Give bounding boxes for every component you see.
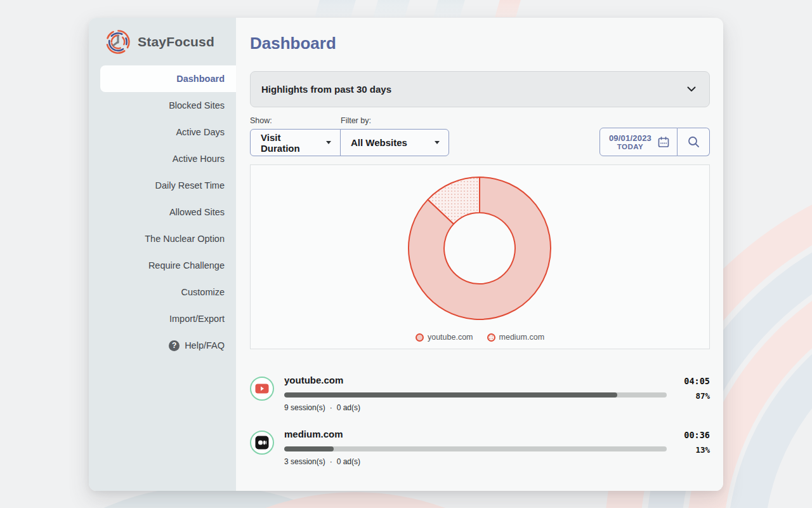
sidebar-item-import-export[interactable]: Import/Export — [89, 305, 236, 332]
sidebar: StayFocusd Dashboard Blocked Sites Activ… — [89, 18, 236, 491]
usage-donut-chart-panel: youtube.com medium.com — [250, 164, 710, 349]
date-text: 09/01/2023 TODAY — [609, 133, 652, 150]
usage-bar-fill — [284, 392, 617, 398]
ad-count: 0 ad(s) — [337, 457, 360, 466]
app-name: StayFocusd — [138, 34, 214, 50]
sidebar-item-customize[interactable]: Customize — [89, 279, 236, 305]
caret-down-icon — [435, 141, 440, 144]
search-button[interactable] — [678, 128, 710, 156]
sidebar-item-help-faq[interactable]: ? Help/FAQ — [89, 332, 236, 359]
sidebar-item-dashboard[interactable]: Dashboard — [100, 65, 236, 92]
sidebar-item-allowed-sites[interactable]: Allowed Sites — [89, 199, 236, 225]
site-row-youtube: youtube.com 9 session(s) · 0 ad(s) 04:05… — [250, 375, 710, 412]
sidebar-item-active-hours[interactable]: Active Hours — [89, 145, 236, 172]
chevron-down-icon — [687, 86, 696, 92]
site-name: youtube.com — [284, 375, 667, 387]
filter-select-value: All Websites — [351, 137, 407, 148]
question-mark-icon: ? — [169, 340, 180, 351]
youtube-icon — [255, 384, 269, 394]
meta-separator: · — [330, 403, 332, 412]
highlights-dropdown[interactable]: Highlights from past 30 days — [250, 71, 710, 107]
decor-stripe — [315, 0, 356, 17]
site-main: youtube.com 9 session(s) · 0 ad(s) — [284, 375, 667, 412]
site-percent: 13% — [695, 445, 710, 455]
chart-legend: youtube.com medium.com — [416, 333, 544, 342]
site-stats: 04:05 87% — [674, 375, 710, 401]
calendar-icon — [658, 137, 669, 148]
filter-field: Filter by: All Websites — [341, 116, 449, 156]
filter-label: Filter by: — [341, 116, 449, 125]
main-content: Dashboard Highlights from past 30 days S… — [236, 18, 723, 491]
sidebar-nav: Dashboard Blocked Sites Active Days Acti… — [89, 65, 236, 359]
site-usage-list: youtube.com 9 session(s) · 0 ad(s) 04:05… — [250, 375, 710, 466]
search-icon — [688, 136, 700, 148]
site-stats: 00:36 13% — [674, 429, 710, 455]
usage-bar-fill — [284, 446, 334, 451]
site-time: 04:05 — [684, 375, 710, 387]
date-search-group: 09/01/2023 TODAY — [599, 128, 710, 156]
date-picker-button[interactable]: 09/01/2023 TODAY — [599, 128, 678, 156]
show-label: Show: — [250, 116, 341, 125]
site-meta: 3 session(s) · 0 ad(s) — [284, 457, 667, 466]
date-today-label: TODAY — [609, 143, 652, 150]
decor-stripe — [433, 0, 465, 17]
donut-chart — [251, 174, 709, 329]
decor-stripe — [373, 0, 410, 17]
site-time: 00:36 — [684, 429, 710, 441]
legend-swatch-dotted — [487, 333, 495, 342]
filter-select[interactable]: All Websites — [340, 129, 449, 156]
show-select[interactable]: Visit Duration — [250, 129, 341, 156]
usage-bar-track — [284, 392, 667, 398]
help-faq-label: Help/FAQ — [185, 340, 225, 351]
controls-row: Show: Visit Duration Filter by: All Webs… — [250, 116, 710, 156]
session-count: 3 session(s) — [284, 457, 325, 466]
medium-avatar — [250, 431, 274, 455]
page-title: Dashboard — [250, 34, 710, 53]
meta-separator: · — [330, 457, 332, 466]
app-window: StayFocusd Dashboard Blocked Sites Activ… — [89, 18, 723, 491]
date-value: 09/01/2023 — [609, 133, 652, 143]
legend-label: medium.com — [499, 333, 545, 342]
sidebar-item-blocked-sites[interactable]: Blocked Sites — [89, 92, 236, 119]
legend-swatch-solid — [416, 333, 424, 342]
youtube-avatar — [250, 377, 274, 401]
site-name: medium.com — [284, 429, 667, 441]
sidebar-item-nuclear-option[interactable]: The Nuclear Option — [89, 225, 236, 252]
legend-item-youtube[interactable]: youtube.com — [416, 333, 473, 342]
show-select-value: Visit Duration — [261, 132, 320, 154]
legend-item-medium[interactable]: medium.com — [487, 333, 545, 342]
app-logo-row: StayFocusd — [89, 29, 236, 55]
decor-stripe — [495, 0, 521, 17]
site-row-medium: medium.com 3 session(s) · 0 ad(s) 00:36 … — [250, 429, 710, 466]
sidebar-item-active-days[interactable]: Active Days — [89, 119, 236, 145]
usage-bar-track — [284, 446, 667, 451]
site-main: medium.com 3 session(s) · 0 ad(s) — [284, 429, 667, 466]
medium-icon — [255, 436, 269, 450]
caret-down-icon — [326, 141, 331, 144]
session-count: 9 session(s) — [284, 403, 325, 412]
ad-count: 0 ad(s) — [337, 403, 360, 412]
stayfocusd-logo-icon — [105, 29, 131, 55]
sidebar-item-daily-reset-time[interactable]: Daily Reset Time — [89, 172, 236, 199]
site-percent: 87% — [695, 391, 710, 401]
legend-label: youtube.com — [428, 333, 473, 342]
highlights-label: Highlights from past 30 days — [261, 84, 391, 95]
sidebar-item-require-challenge[interactable]: Require Challenge — [89, 252, 236, 279]
show-field: Show: Visit Duration — [250, 116, 341, 156]
site-meta: 9 session(s) · 0 ad(s) — [284, 403, 667, 412]
